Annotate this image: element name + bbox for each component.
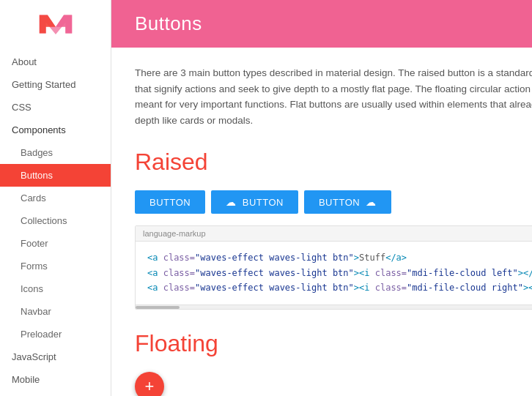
code-line-1: <a class="waves-effect waves-light btn">… [147,250,532,265]
sidebar: About Getting Started CSS Components Bad… [0,0,111,396]
fab-button[interactable]: + [135,372,164,396]
content-main: There are 3 main button types described … [135,65,532,378]
logo[interactable] [0,0,111,48]
sidebar-item-cards[interactable]: Cards [0,187,111,209]
cloud-left-icon [226,196,237,208]
raised-button-2-label: BUTTON [243,197,284,208]
page-title: Buttons [135,12,202,35]
intro-paragraph: There are 3 main button types described … [135,65,532,128]
sidebar-item-about[interactable]: About [0,51,111,73]
sidebar-nav: About Getting Started CSS Components Bad… [0,48,111,396]
sidebar-item-forms[interactable]: Forms [0,255,111,277]
sidebar-item-badges[interactable]: Badges [0,141,111,164]
logo-icon [34,10,78,39]
raised-button-2[interactable]: BUTTON [211,190,298,214]
code-label: language-markup [136,226,532,242]
sidebar-item-showcase[interactable]: Showcase [0,391,111,396]
sidebar-item-collections[interactable]: Collections [0,209,111,232]
sidebar-item-navbar[interactable]: Navbar [0,300,111,323]
raised-section-title: Raised [135,149,532,176]
sidebar-item-buttons[interactable]: Buttons [0,164,111,187]
sidebar-item-getting-started[interactable]: Getting Started [0,73,111,96]
sidebar-item-javascript[interactable]: JavaScript [0,345,111,368]
floating-section-title: Floating [135,330,532,357]
cloud-right-icon [366,196,377,208]
raised-button-3[interactable]: BUTTON [304,190,391,214]
code-scrollbar-thumb [136,306,180,309]
code-line-2: <a class="waves-effect waves-light btn">… [147,266,532,280]
sidebar-item-mobile[interactable]: Mobile [0,368,111,391]
code-block-raised: language-markup <a class="waves-effect w… [135,225,532,309]
sidebar-item-preloader[interactable]: Preloader [0,323,111,345]
raised-button-1[interactable]: BUTTON [135,190,205,214]
sidebar-item-icons[interactable]: Icons [0,277,111,300]
main-content: Buttons There are 3 main button types de… [111,0,532,396]
code-content[interactable]: <a class="waves-effect waves-light btn">… [136,242,532,304]
page-header: Buttons [111,0,532,48]
code-line-3: <a class="waves-effect waves-light btn">… [147,280,532,295]
raised-button-3-label: BUTTON [319,197,360,208]
code-scrollbar-track[interactable] [136,305,532,309]
raised-button-1-label: BUTTON [149,197,191,208]
content-area: There are 3 main button types described … [111,48,532,396]
sidebar-item-css[interactable]: CSS [0,96,111,119]
sidebar-item-footer[interactable]: Footer [0,232,111,255]
raised-buttons-demo: BUTTON BUTTON BUTTON [135,190,532,214]
fab-plus-icon: + [145,377,155,396]
sidebar-item-components[interactable]: Components [0,119,111,141]
